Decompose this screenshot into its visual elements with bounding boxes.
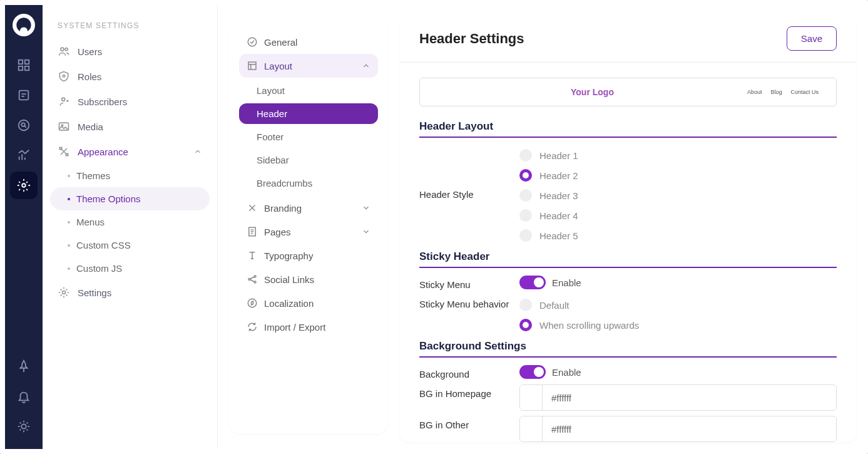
- svg-line-22: [20, 430, 21, 431]
- rail-content-icon[interactable]: [10, 81, 38, 109]
- preview-nav-item: Contact Us: [790, 89, 819, 95]
- page-title: Header Settings: [419, 31, 524, 47]
- svg-rect-3: [25, 66, 29, 70]
- sidebar-sub-custom-js[interactable]: Custom JS: [50, 257, 210, 280]
- bg-other-swatch[interactable]: [520, 416, 543, 441]
- sidebar-item-users[interactable]: Users: [50, 39, 210, 64]
- share-icon: [247, 274, 258, 285]
- opt-layout[interactable]: Layout: [239, 54, 378, 78]
- sidebar-title: SYSTEM SETTINGS: [50, 18, 210, 39]
- sidebar-item-roles[interactable]: Roles: [50, 64, 210, 89]
- opt-social-links[interactable]: Social Links: [239, 267, 378, 291]
- users-icon: [58, 45, 70, 58]
- sticky-behavior-label: Sticky Menu behavior: [419, 295, 519, 309]
- opt-sub-header[interactable]: Header: [239, 103, 378, 124]
- opt-pages[interactable]: Pages: [239, 220, 378, 244]
- svg-line-9: [24, 126, 26, 128]
- opt-sub-layout[interactable]: Layout: [239, 80, 378, 101]
- main-panel: Header Settings Save Your Logo About Blo…: [399, 11, 857, 443]
- sidebar-sub-custom-css[interactable]: Custom CSS: [50, 234, 210, 257]
- save-button[interactable]: Save: [787, 26, 837, 51]
- typography-icon: [247, 250, 258, 261]
- opt-localization[interactable]: Localization: [239, 291, 378, 315]
- app-logo[interactable]: [13, 14, 35, 36]
- sticky-menu-toggle[interactable]: [519, 276, 546, 289]
- svg-rect-2: [19, 66, 23, 70]
- system-settings-sidebar: SYSTEM SETTINGS Users Roles Subscribers …: [43, 5, 218, 449]
- subscribers-icon: [58, 95, 70, 108]
- bg-other-label: BG in Other: [419, 416, 519, 430]
- svg-point-43: [248, 279, 250, 281]
- sidebar-sub-menus[interactable]: Menus: [50, 210, 210, 234]
- background-label: Background: [419, 365, 519, 379]
- opt-typography[interactable]: Typography: [239, 244, 378, 267]
- enable-label: Enable: [552, 277, 581, 288]
- sidebar-item-subscribers[interactable]: Subscribers: [50, 89, 210, 114]
- opt-general[interactable]: General: [239, 30, 378, 54]
- svg-point-27: [62, 98, 65, 101]
- sidebar-item-label: Settings: [78, 287, 111, 298]
- rail-dashboard-icon[interactable]: [10, 51, 38, 79]
- svg-point-26: [63, 75, 64, 77]
- radio-behavior-default[interactable]: Default: [519, 295, 837, 315]
- bg-homepage-swatch[interactable]: [520, 385, 543, 410]
- rail-pin-icon[interactable]: [10, 353, 38, 380]
- sidebar-item-appearance[interactable]: Appearance: [50, 139, 210, 164]
- svg-point-7: [19, 120, 29, 131]
- import-export-icon: [247, 321, 258, 333]
- svg-point-48: [248, 299, 257, 307]
- sidebar-item-label: Users: [78, 46, 102, 57]
- pages-icon: [247, 226, 258, 237]
- layout-icon: [247, 60, 258, 71]
- section-background: Background Settings: [419, 340, 837, 358]
- sidebar-item-settings[interactable]: Settings: [50, 280, 210, 305]
- svg-rect-1: [25, 60, 29, 64]
- rail-bell-icon[interactable]: [10, 383, 38, 410]
- compass-icon: [247, 297, 258, 309]
- opt-sub-footer[interactable]: Footer: [239, 126, 378, 147]
- preview-nav-item: About: [747, 89, 762, 95]
- radio-behavior-upwards[interactable]: When scrolling upwards: [519, 315, 837, 335]
- svg-marker-49: [252, 301, 253, 305]
- opt-sub-breadcrumbs[interactable]: Breadcrumbs: [239, 173, 378, 193]
- bg-other-input[interactable]: [543, 418, 836, 441]
- sidebar-item-label: Appearance: [78, 147, 128, 157]
- rail-theme-icon[interactable]: [10, 413, 38, 440]
- radio-header-1[interactable]: Header 1: [519, 145, 837, 165]
- opt-import-export[interactable]: Import / Export: [239, 315, 378, 339]
- svg-line-46: [250, 277, 254, 279]
- chevron-up-icon: [193, 147, 202, 156]
- opt-branding[interactable]: Branding: [239, 196, 378, 220]
- radio-header-5[interactable]: Header 5: [519, 225, 837, 245]
- theme-options-nav: General Layout Layout Header Footer Side…: [218, 5, 399, 449]
- appearance-icon: [58, 145, 70, 158]
- sidebar-sub-themes[interactable]: Themes: [50, 164, 210, 187]
- sidebar-item-label: Media: [78, 121, 103, 132]
- sidebar-sub-theme-options[interactable]: Theme Options: [50, 187, 210, 210]
- svg-rect-4: [19, 91, 29, 100]
- section-sticky-header: Sticky Header: [419, 250, 837, 268]
- svg-rect-0: [19, 60, 23, 64]
- enable-label: Enable: [552, 367, 581, 378]
- chevron-down-icon: [362, 227, 370, 236]
- sidebar-item-media[interactable]: Media: [50, 114, 210, 139]
- bg-homepage-input[interactable]: [543, 386, 836, 410]
- header-style-label: Header Style: [419, 145, 519, 200]
- rail-search-icon[interactable]: [10, 111, 38, 139]
- preview-nav-item: Blog: [770, 89, 782, 95]
- background-toggle[interactable]: [519, 365, 546, 379]
- check-circle-icon: [247, 36, 258, 48]
- chevron-up-icon: [362, 61, 370, 70]
- rail-analytics-icon[interactable]: [10, 142, 38, 169]
- sticky-menu-label: Sticky Menu: [419, 276, 519, 290]
- svg-rect-36: [248, 62, 256, 70]
- rail-settings-icon[interactable]: [10, 172, 38, 199]
- opt-sub-sidebar[interactable]: Sidebar: [239, 150, 378, 170]
- radio-header-3[interactable]: Header 3: [519, 185, 837, 205]
- svg-line-23: [27, 423, 28, 424]
- radio-header-2[interactable]: Header 2: [519, 165, 837, 185]
- radio-header-4[interactable]: Header 4: [519, 205, 837, 225]
- branding-icon: [247, 202, 258, 214]
- svg-point-15: [21, 424, 26, 428]
- svg-point-25: [65, 48, 68, 51]
